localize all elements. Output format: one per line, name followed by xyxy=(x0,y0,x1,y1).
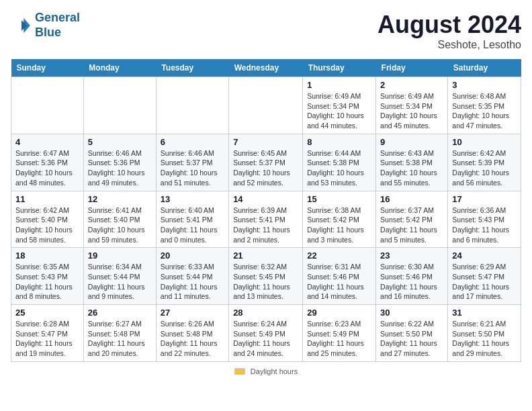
day-number: 29 xyxy=(307,308,371,318)
day-info: Sunrise: 6:28 AMSunset: 5:47 PMDaylight:… xyxy=(15,319,79,359)
day-info: Sunrise: 6:49 AMSunset: 5:34 PMDaylight:… xyxy=(380,91,443,131)
day-number: 20 xyxy=(161,250,224,261)
calendar-cell: 23Sunrise: 6:30 AMSunset: 5:46 PMDayligh… xyxy=(376,248,448,305)
day-info: Sunrise: 6:49 AMSunset: 5:34 PMDaylight:… xyxy=(307,91,371,131)
calendar-week-row: 1Sunrise: 6:49 AMSunset: 5:34 PMDaylight… xyxy=(11,77,521,134)
day-number: 2 xyxy=(380,80,443,90)
day-info: Sunrise: 6:46 AMSunset: 5:37 PMDaylight:… xyxy=(161,148,224,188)
location-subtitle: Seshote, Lesotho xyxy=(378,39,521,51)
day-number: 9 xyxy=(380,137,443,147)
calendar-week-row: 11Sunrise: 6:42 AMSunset: 5:40 PMDayligh… xyxy=(11,191,521,248)
day-number: 13 xyxy=(161,194,224,204)
calendar-cell: 29Sunrise: 6:23 AMSunset: 5:49 PMDayligh… xyxy=(303,305,376,362)
day-info: Sunrise: 6:31 AMSunset: 5:46 PMDaylight:… xyxy=(307,262,371,302)
daylight-bar-icon xyxy=(234,368,245,375)
day-header-wednesday: Wednesday xyxy=(229,59,303,77)
day-number: 22 xyxy=(307,250,371,261)
calendar-header-row: SundayMondayTuesdayWednesdayThursdayFrid… xyxy=(11,59,521,77)
calendar-cell: 24Sunrise: 6:29 AMSunset: 5:47 PMDayligh… xyxy=(448,248,521,305)
logo-icon xyxy=(11,15,32,36)
day-number: 30 xyxy=(380,308,443,318)
day-number: 11 xyxy=(15,194,79,204)
day-info: Sunrise: 6:43 AMSunset: 5:38 PMDaylight:… xyxy=(380,148,443,188)
day-number: 6 xyxy=(161,137,224,147)
calendar-cell: 8Sunrise: 6:44 AMSunset: 5:38 PMDaylight… xyxy=(303,134,376,191)
footer: Daylight hours xyxy=(11,367,521,375)
day-info: Sunrise: 6:38 AMSunset: 5:42 PMDaylight:… xyxy=(307,205,371,245)
calendar-cell: 19Sunrise: 6:34 AMSunset: 5:44 PMDayligh… xyxy=(83,248,156,305)
day-info: Sunrise: 6:36 AMSunset: 5:43 PMDaylight:… xyxy=(452,205,517,245)
day-number: 19 xyxy=(88,250,152,261)
calendar-cell: 13Sunrise: 6:40 AMSunset: 5:41 PMDayligh… xyxy=(156,191,228,248)
day-info: Sunrise: 6:30 AMSunset: 5:46 PMDaylight:… xyxy=(380,262,443,302)
month-year-title: August 2024 xyxy=(378,11,521,39)
day-number: 4 xyxy=(15,137,79,147)
calendar-cell: 22Sunrise: 6:31 AMSunset: 5:46 PMDayligh… xyxy=(303,248,376,305)
day-info: Sunrise: 6:39 AMSunset: 5:41 PMDaylight:… xyxy=(233,205,298,245)
day-info: Sunrise: 6:41 AMSunset: 5:40 PMDaylight:… xyxy=(88,205,152,245)
day-number: 25 xyxy=(15,308,79,318)
day-info: Sunrise: 6:34 AMSunset: 5:44 PMDaylight:… xyxy=(88,262,152,302)
day-info: Sunrise: 6:27 AMSunset: 5:48 PMDaylight:… xyxy=(88,319,152,359)
day-number: 16 xyxy=(380,194,443,204)
day-info: Sunrise: 6:35 AMSunset: 5:43 PMDaylight:… xyxy=(15,262,79,302)
calendar-cell: 14Sunrise: 6:39 AMSunset: 5:41 PMDayligh… xyxy=(229,191,303,248)
calendar-cell: 12Sunrise: 6:41 AMSunset: 5:40 PMDayligh… xyxy=(83,191,156,248)
day-number: 14 xyxy=(233,194,298,204)
calendar-cell: 10Sunrise: 6:42 AMSunset: 5:39 PMDayligh… xyxy=(448,134,521,191)
day-number: 24 xyxy=(452,250,517,261)
calendar-cell: 2Sunrise: 6:49 AMSunset: 5:34 PMDaylight… xyxy=(376,77,448,134)
calendar-cell: 25Sunrise: 6:28 AMSunset: 5:47 PMDayligh… xyxy=(11,305,84,362)
calendar-cell: 9Sunrise: 6:43 AMSunset: 5:38 PMDaylight… xyxy=(376,134,448,191)
day-info: Sunrise: 6:40 AMSunset: 5:41 PMDaylight:… xyxy=(161,205,224,245)
calendar-cell: 31Sunrise: 6:21 AMSunset: 5:50 PMDayligh… xyxy=(448,305,521,362)
day-header-tuesday: Tuesday xyxy=(156,59,228,77)
calendar-cell: 15Sunrise: 6:38 AMSunset: 5:42 PMDayligh… xyxy=(303,191,376,248)
day-header-sunday: Sunday xyxy=(11,59,84,77)
calendar-cell: 1Sunrise: 6:49 AMSunset: 5:34 PMDaylight… xyxy=(303,77,376,134)
calendar-week-row: 18Sunrise: 6:35 AMSunset: 5:43 PMDayligh… xyxy=(11,248,521,305)
calendar-cell: 20Sunrise: 6:33 AMSunset: 5:44 PMDayligh… xyxy=(156,248,228,305)
calendar-cell: 6Sunrise: 6:46 AMSunset: 5:37 PMDaylight… xyxy=(156,134,228,191)
calendar-cell: 28Sunrise: 6:24 AMSunset: 5:49 PMDayligh… xyxy=(229,305,303,362)
day-info: Sunrise: 6:22 AMSunset: 5:50 PMDaylight:… xyxy=(380,319,443,359)
calendar-cell: 17Sunrise: 6:36 AMSunset: 5:43 PMDayligh… xyxy=(448,191,521,248)
day-number: 23 xyxy=(380,250,443,261)
day-info: Sunrise: 6:29 AMSunset: 5:47 PMDaylight:… xyxy=(452,262,517,302)
day-info: Sunrise: 6:24 AMSunset: 5:49 PMDaylight:… xyxy=(233,319,298,359)
calendar-table: SundayMondayTuesdayWednesdayThursdayFrid… xyxy=(11,59,521,362)
day-number: 3 xyxy=(452,80,517,90)
page-header: General Blue August 2024 Seshote, Lesoth… xyxy=(11,11,521,51)
day-info: Sunrise: 6:32 AMSunset: 5:45 PMDaylight:… xyxy=(233,262,298,302)
calendar-cell: 21Sunrise: 6:32 AMSunset: 5:45 PMDayligh… xyxy=(229,248,303,305)
day-number: 17 xyxy=(452,194,517,204)
calendar-week-row: 4Sunrise: 6:47 AMSunset: 5:36 PMDaylight… xyxy=(11,134,521,191)
day-number: 8 xyxy=(307,137,371,147)
calendar-cell xyxy=(229,77,303,134)
day-number: 15 xyxy=(307,194,371,204)
calendar-cell: 3Sunrise: 6:48 AMSunset: 5:35 PMDaylight… xyxy=(448,77,521,134)
day-info: Sunrise: 6:45 AMSunset: 5:37 PMDaylight:… xyxy=(233,148,298,188)
day-number: 7 xyxy=(233,137,298,147)
day-number: 27 xyxy=(161,308,224,318)
day-number: 31 xyxy=(452,308,517,318)
day-number: 28 xyxy=(233,308,298,318)
title-block: August 2024 Seshote, Lesotho xyxy=(378,11,521,51)
day-number: 10 xyxy=(452,137,517,147)
calendar-cell: 16Sunrise: 6:37 AMSunset: 5:42 PMDayligh… xyxy=(376,191,448,248)
day-header-monday: Monday xyxy=(83,59,156,77)
day-info: Sunrise: 6:42 AMSunset: 5:40 PMDaylight:… xyxy=(15,205,79,245)
day-number: 5 xyxy=(88,137,152,147)
logo: General Blue xyxy=(11,11,80,40)
day-number: 12 xyxy=(88,194,152,204)
day-info: Sunrise: 6:37 AMSunset: 5:42 PMDaylight:… xyxy=(380,205,443,245)
calendar-cell: 30Sunrise: 6:22 AMSunset: 5:50 PMDayligh… xyxy=(376,305,448,362)
day-number: 21 xyxy=(233,250,298,261)
calendar-week-row: 25Sunrise: 6:28 AMSunset: 5:47 PMDayligh… xyxy=(11,305,521,362)
day-info: Sunrise: 6:42 AMSunset: 5:39 PMDaylight:… xyxy=(452,148,517,188)
calendar-cell xyxy=(156,77,228,134)
day-header-friday: Friday xyxy=(376,59,448,77)
day-info: Sunrise: 6:48 AMSunset: 5:35 PMDaylight:… xyxy=(452,91,517,131)
calendar-cell xyxy=(11,77,84,134)
logo-text-line2: Blue xyxy=(35,26,80,40)
